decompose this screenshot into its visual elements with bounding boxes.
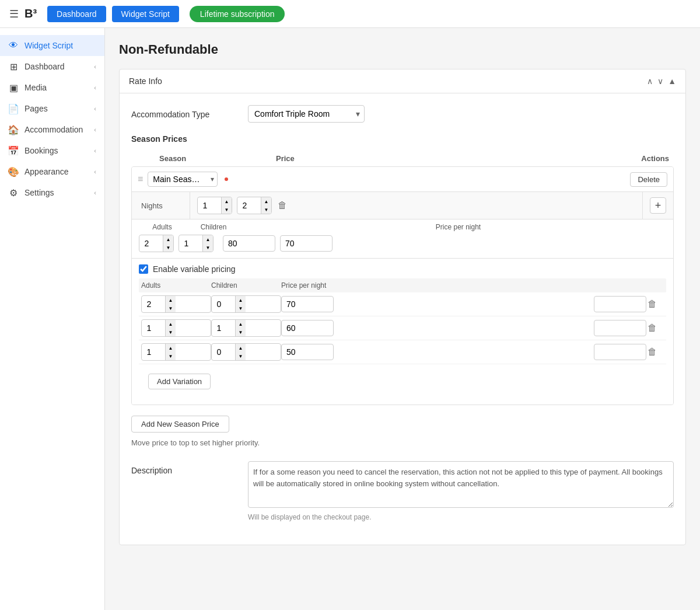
sidebar-item-media[interactable]: ▣ Media ‹ [0,77,104,98]
adults-spin-up[interactable]: ▲ [163,235,173,243]
nights-min-input[interactable]: ▲ ▼ [197,197,232,214]
var-children-2-down[interactable]: ▼ [235,328,246,336]
var-children-3-down[interactable]: ▼ [235,352,246,360]
var-price2-3-input[interactable] [594,344,646,360]
lifetime-subscription-button[interactable]: Lifetime subscription [190,6,285,22]
children-spin-up[interactable]: ▲ [202,235,213,243]
arrow-up-button[interactable]: ∧ [647,76,653,86]
delete-button[interactable]: Delete [630,172,667,187]
adults-spin-down[interactable]: ▼ [163,243,173,252]
nights-max-input[interactable]: ▲ ▼ [237,197,272,214]
adults-value-input[interactable]: ▲ ▼ [139,235,174,252]
var-children-3-field[interactable] [212,345,235,359]
var-adults-1-field[interactable] [142,297,165,311]
season-select[interactable]: Main Seas… [148,172,218,187]
chevron-right-icon: ‹ [94,63,96,70]
description-textarea[interactable]: If for a some reason you need to cancel … [248,461,674,508]
var-delete-1-button[interactable]: 🗑 [646,298,658,311]
enable-variable-pricing-label[interactable]: Enable variable pricing [153,264,236,274]
var-adults-1-down[interactable]: ▼ [165,304,176,312]
var-adults-3-down[interactable]: ▼ [165,352,176,360]
arrow-collapse-button[interactable]: ▲ [668,76,676,86]
var-children-3-input[interactable]: ▲ ▼ [211,343,281,361]
var-children-2-input[interactable]: ▲ ▼ [211,319,281,337]
var-children-1-field[interactable] [212,297,235,311]
sidebar-item-settings[interactable]: ⚙ Settings ‹ [0,182,104,203]
pages-icon: 📄 [8,103,19,114]
spin-up-max[interactable]: ▲ [261,197,271,205]
var-adults-2-down[interactable]: ▼ [165,328,176,336]
sidebar-item-bookings[interactable]: 📅 Bookings ‹ [0,140,104,161]
col-season-header: Season [159,154,276,163]
drag-handle-icon[interactable]: ≡ [138,174,143,184]
var-children-1-input[interactable]: ▲ ▼ [211,295,281,313]
children-spin-down[interactable]: ▼ [202,243,213,252]
var-adults-2-field[interactable] [142,321,165,335]
var-actions-header [646,281,664,290]
var-price-2-input[interactable] [281,320,334,336]
accommodation-icon: 🏠 [8,124,19,135]
var-adults-1-input[interactable]: ▲ ▼ [141,295,211,313]
sidebar-label-accommodation: Accommodation [24,125,83,134]
nights-row-delete-icon[interactable]: 🗑 [276,199,288,212]
var-adults-3-input[interactable]: ▲ ▼ [141,343,211,361]
add-variation-button[interactable]: Add Variation [148,374,211,389]
nights-section: Nights ▲ ▼ [132,191,673,219]
hamburger-icon[interactable]: ☰ [9,8,19,20]
dashboard-button[interactable]: Dashboard [47,6,106,22]
add-nights-range-button[interactable]: + [650,197,666,214]
rate-info-card: Rate Info ∧ ∨ ▲ Accommodation Type Comfo… [119,69,686,545]
var-children-1-up[interactable]: ▲ [235,296,246,304]
nights-inputs: ▲ ▼ ▲ ▼ [190,192,643,219]
sidebar-label-media: Media [24,83,47,92]
var-price2-header [594,281,646,290]
adults-children-label-row: Adults Children [139,223,241,231]
sidebar-item-accommodation[interactable]: 🏠 Accommodation ‹ [0,119,104,140]
var-children-2-field[interactable] [212,321,235,335]
grid-icon: ⊞ [8,61,19,72]
spin-up-min[interactable]: ▲ [221,197,232,205]
sidebar-label-pages: Pages [24,104,48,113]
var-adults-3-spin: ▲ ▼ [165,344,176,360]
var-children-3-up[interactable]: ▲ [235,344,246,352]
var-row3-price2 [594,344,646,360]
add-season-price-wrap: Add New Season Price [131,416,229,433]
enable-variable-pricing-checkbox[interactable] [139,264,148,274]
sidebar-item-pages[interactable]: 📄 Pages ‹ [0,98,104,119]
children-field[interactable] [179,236,202,250]
widget-script-button[interactable]: Widget Script [112,6,179,22]
spin-down-min[interactable]: ▼ [221,205,232,214]
var-children-2-spin: ▲ ▼ [235,320,246,336]
var-adults-3-field[interactable] [142,345,165,359]
media-icon: ▣ [8,82,19,93]
var-adults-3-up[interactable]: ▲ [165,344,176,352]
var-price2-2-input[interactable] [594,320,646,336]
add-season-price-button[interactable]: Add New Season Price [131,416,229,433]
col-price-header: Price [276,154,599,163]
accommodation-type-select[interactable]: Comfort Triple Room [248,105,365,123]
var-adults-1-up[interactable]: ▲ [165,296,176,304]
var-price-1-input[interactable] [281,296,334,312]
nights-min-field[interactable] [198,198,221,212]
adults-children-headers: Adults Children Price per night [132,219,673,231]
var-delete-3-button[interactable]: 🗑 [646,346,658,358]
children-value-input[interactable]: ▲ ▼ [178,235,214,252]
sidebar-item-appearance[interactable]: 🎨 Appearance ‹ [0,161,104,182]
price1-input[interactable] [223,235,275,252]
var-adults-2-input[interactable]: ▲ ▼ [141,319,211,337]
arrow-down-button[interactable]: ∨ [657,76,663,86]
rate-info-title: Rate Info [129,76,162,86]
var-delete-2-button[interactable]: 🗑 [646,322,658,334]
spin-down-max[interactable]: ▼ [261,205,271,214]
sidebar-label-bookings: Bookings [24,146,58,155]
var-children-2-up[interactable]: ▲ [235,320,246,328]
var-price-3-input[interactable] [281,344,334,360]
var-adults-2-up[interactable]: ▲ [165,320,176,328]
var-children-1-down[interactable]: ▼ [235,304,246,312]
price2-input[interactable] [280,235,332,252]
adults-field[interactable] [139,236,163,250]
nights-max-field[interactable] [237,198,261,212]
sidebar-item-dashboard[interactable]: ⊞ Dashboard ‹ [0,56,104,77]
var-price2-1-input[interactable] [594,296,646,312]
sidebar-item-widget-script[interactable]: 👁 Widget Script [0,35,104,56]
